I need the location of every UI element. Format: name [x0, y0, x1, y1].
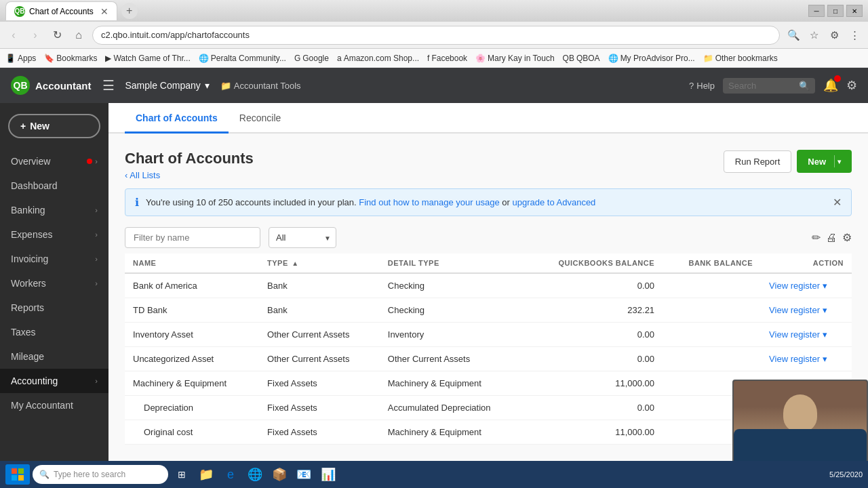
bookmark-bookmarks[interactable]: 🔖 Bookmarks: [44, 54, 97, 63]
taskbar-search-box[interactable]: 🔍 Type here to search: [33, 465, 168, 484]
video-person-head: [783, 394, 817, 432]
bookmark-amazon[interactable]: a Amazon.com Shop...: [337, 54, 419, 63]
sidebar-taxes-label: Taxes: [11, 327, 36, 338]
help-button[interactable]: ? Help: [689, 81, 715, 91]
info-link-manage[interactable]: Find out how to manage your usage: [359, 197, 499, 207]
minimize-button[interactable]: ─: [808, 5, 825, 17]
cell-action[interactable]: View register ▾: [761, 273, 852, 298]
taskbar-edge[interactable]: e: [220, 464, 241, 485]
cell-name: Uncategorized Asset: [125, 347, 259, 371]
tab-close-button[interactable]: ✕: [100, 6, 108, 17]
taskbar-chrome[interactable]: 🌐: [244, 464, 266, 485]
forward-button[interactable]: ›: [27, 27, 43, 43]
qb-logo: QB Accountant: [11, 76, 92, 95]
taskbar-outlook[interactable]: 📧: [293, 464, 315, 485]
home-button[interactable]: ⌂: [71, 27, 87, 43]
bookmark-apps[interactable]: 📱 Apps: [5, 54, 36, 63]
bookmark-icon[interactable]: ☆: [806, 27, 822, 43]
start-button[interactable]: [5, 464, 30, 485]
hamburger-menu[interactable]: ☰: [102, 77, 115, 94]
sidebar-item-myaccountant[interactable]: My Accountant: [0, 393, 108, 418]
sidebar-item-banking[interactable]: Banking ›: [0, 198, 108, 222]
company-selector[interactable]: Sample Company ▾: [125, 80, 210, 91]
bookmark-google[interactable]: G Google: [294, 54, 329, 63]
refresh-button[interactable]: ↻: [49, 27, 65, 43]
edit-columns-icon[interactable]: ✏: [812, 231, 821, 244]
sidebar-item-overview[interactable]: Overview ›: [0, 149, 108, 174]
info-icon: ℹ: [135, 196, 139, 209]
back-button[interactable]: ‹: [5, 27, 22, 43]
settings-icon[interactable]: ⚙: [846, 78, 857, 93]
cell-qb-balance: 0.00: [526, 273, 663, 298]
cell-detail_type: Accumulated Depreciation: [380, 396, 526, 420]
search-input[interactable]: [728, 81, 796, 91]
help-icon: ?: [689, 81, 694, 91]
col-header-bank-balance: BANK BALANCE: [663, 253, 761, 273]
bookmark-facebook[interactable]: f Facebook: [427, 54, 467, 63]
maximize-button[interactable]: □: [827, 5, 844, 17]
sidebar-item-reports[interactable]: Reports: [0, 296, 108, 320]
tab-chart-of-accounts[interactable]: Chart of Accounts: [125, 103, 229, 134]
new-button[interactable]: + New: [8, 114, 100, 138]
top-nav-right: ? Help 🔍 🔔 ⚙: [689, 78, 857, 94]
sidebar-item-taxes[interactable]: Taxes: [0, 320, 108, 344]
info-link-upgrade[interactable]: upgrade to Advanced: [512, 197, 595, 207]
cell-action[interactable]: View register ▾: [761, 347, 852, 371]
all-lists-link[interactable]: ‹ All Lists: [125, 170, 254, 180]
taskbar-date: 5/25/2020: [829, 470, 863, 479]
content-tabs: Chart of Accounts Reconcile: [108, 103, 868, 134]
bookmark-proadvisor[interactable]: 🌐 My ProAdvisor Pro...: [608, 54, 695, 63]
sidebar: + New Overview › Dashboard Banking › Exp…: [0, 103, 108, 488]
cell-bank-balance: [663, 273, 761, 298]
view-register-link[interactable]: View register ▾: [769, 354, 844, 364]
close-button[interactable]: ✕: [846, 5, 863, 17]
col-header-type[interactable]: TYPE ▲: [259, 253, 380, 273]
view-register-link[interactable]: View register ▾: [769, 329, 844, 340]
bookmark-peralta[interactable]: 🌐 Peralta Community...: [199, 54, 286, 63]
sidebar-item-invoicing[interactable]: Invoicing ›: [0, 247, 108, 271]
run-report-button[interactable]: Run Report: [724, 150, 791, 173]
bookmark-marykay[interactable]: 🌸 Mary Kay in Touch: [475, 54, 555, 63]
taskbar-file-explorer[interactable]: 📁: [195, 464, 217, 485]
taskbar-task-view[interactable]: ⊞: [171, 464, 193, 485]
overview-notification-dot: [87, 159, 92, 164]
sidebar-item-workers[interactable]: Workers ›: [0, 271, 108, 296]
print-icon[interactable]: 🖨: [826, 232, 837, 244]
new-tab-button[interactable]: +: [121, 3, 138, 19]
table-action-icons: ✏ 🖨 ⚙: [812, 231, 852, 244]
cell-action[interactable]: View register ▾: [761, 298, 852, 323]
search-icon[interactable]: 🔍: [799, 81, 810, 91]
taskbar-amazon[interactable]: 📦: [269, 464, 290, 485]
filter-by-name-input[interactable]: [125, 227, 260, 248]
address-input[interactable]: [92, 26, 780, 45]
bookmark-qboa[interactable]: QB QBOA: [563, 54, 600, 63]
tools-label: Accountant Tools: [234, 81, 301, 91]
banner-close-button[interactable]: ✕: [833, 196, 842, 209]
accountant-tools-menu[interactable]: 📁 Accountant Tools: [220, 81, 301, 91]
filter-type-selector[interactable]: All: [269, 227, 336, 248]
view-register-link[interactable]: View register ▾: [769, 305, 844, 315]
sidebar-item-mileage[interactable]: Mileage: [0, 344, 108, 369]
view-register-link[interactable]: View register ▾: [769, 281, 844, 291]
bookmark-other[interactable]: 📁 Other bookmarks: [703, 54, 778, 63]
sidebar-item-expenses[interactable]: Expenses ›: [0, 222, 108, 247]
tab-title: Chart of Accounts: [29, 7, 94, 16]
extensions-icon[interactable]: ⚙: [826, 27, 842, 43]
more-icon[interactable]: ⋮: [846, 27, 863, 43]
qb-brand: Accountant: [35, 80, 92, 92]
filter-select[interactable]: All: [269, 227, 336, 248]
cell-action[interactable]: View register ▾: [761, 323, 852, 347]
taskbar-excel[interactable]: 📊: [317, 464, 339, 485]
new-account-label: New: [808, 157, 831, 167]
sidebar-item-dashboard[interactable]: Dashboard: [0, 174, 108, 198]
col-header-qb-balance: QUICKBOOKS BALANCE: [526, 253, 663, 273]
search-icon[interactable]: 🔍: [785, 27, 802, 43]
bookmark-watch[interactable]: ▶ Watch Game of Thr...: [105, 54, 190, 63]
new-account-button[interactable]: New ▾: [797, 150, 852, 173]
sidebar-item-accounting[interactable]: Accounting ›: [0, 369, 108, 393]
settings-icon[interactable]: ⚙: [842, 231, 852, 244]
tab-reconcile[interactable]: Reconcile: [229, 103, 292, 134]
browser-tab[interactable]: QB Chart of Accounts ✕: [5, 1, 117, 20]
video-feed: [734, 381, 867, 466]
tab-favicon: QB: [14, 6, 25, 17]
